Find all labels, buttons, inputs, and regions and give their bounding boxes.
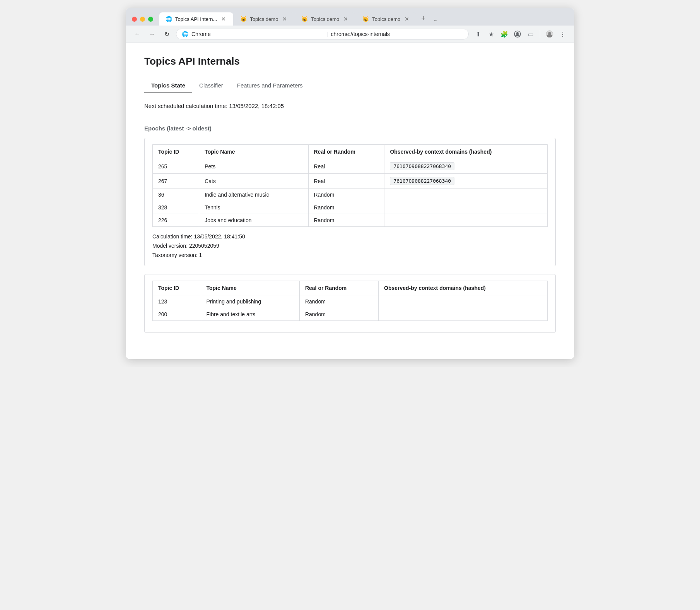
cell-topic-name: Jobs and education: [199, 214, 308, 227]
bookmark-button[interactable]: ★: [486, 29, 497, 39]
cell-observed-domains: [384, 188, 548, 201]
cell-topic-id: 36: [153, 188, 199, 201]
table-row: 200Fibre and textile artsRandom: [153, 308, 548, 321]
col-header-topic-name-2: Topic Name: [201, 281, 299, 295]
cell-topic-name: Fibre and textile arts: [201, 308, 299, 321]
cell-real-random: Real: [308, 159, 384, 174]
tab-classifier[interactable]: Classifier: [192, 78, 230, 93]
tab-favicon-topics-api: 🌐: [166, 16, 172, 22]
cell-observed-domains: [384, 201, 548, 214]
epoch-1-meta: Calculation time: 13/05/2022, 18:41:50 M…: [152, 232, 548, 260]
epoch-1-calc-time: Calculation time: 13/05/2022, 18:41:50: [152, 232, 548, 242]
col-header-topic-id: Topic ID: [153, 145, 199, 159]
epoch-block-2: Topic ID Topic Name Real or Random Obser…: [144, 274, 556, 333]
epoch-2-table: Topic ID Topic Name Real or Random Obser…: [152, 281, 548, 321]
cell-observed-domains: [379, 295, 548, 308]
reload-button[interactable]: ↻: [161, 29, 172, 39]
browser-tab-topics-demo-2[interactable]: 😺 Topics demo ✕: [295, 12, 355, 26]
col-header-real-random: Real or Random: [308, 145, 384, 159]
cell-topic-name: Indie and alternative music: [199, 188, 308, 201]
address-bar[interactable]: 🌐 Chrome | chrome://topics-internals: [176, 29, 469, 39]
browser-window: 🌐 Topics API Intern... ✕ 😺 Topics demo ✕…: [126, 8, 574, 359]
tab-favicon-demo3: 😺: [362, 16, 369, 22]
new-tab-button[interactable]: +: [417, 13, 429, 24]
cell-topic-name: Printing and publishing: [201, 295, 299, 308]
browser-tab-topics-demo-1[interactable]: 😺 Topics demo ✕: [234, 12, 294, 26]
cell-real-random: Real: [308, 174, 384, 188]
cell-real-random: Random: [308, 188, 384, 201]
page-title: Topics API Internals: [144, 55, 556, 67]
cell-observed-domains: [384, 214, 548, 227]
extensions-button[interactable]: 🧩: [499, 29, 510, 39]
cell-real-random: Random: [308, 201, 384, 214]
epochs-title: Epochs (latest -> oldest): [144, 125, 556, 132]
toolbar-icons: ⬆ ★ 🧩 ▭ ⋮: [473, 29, 568, 39]
tab-close-demo3[interactable]: ✕: [403, 15, 410, 22]
domain-hash-badge: 7610709088227068340: [390, 162, 454, 170]
cell-topic-id: 267: [153, 174, 199, 188]
epoch-block-1: Topic ID Topic Name Real or Random Obser…: [144, 138, 556, 266]
address-chrome-label: Chrome: [191, 31, 323, 37]
tabs-bar: 🌐 Topics API Intern... ✕ 😺 Topics demo ✕…: [159, 12, 568, 26]
domain-hash-badge: 7610709088227068340: [390, 177, 454, 185]
cell-topic-id: 123: [153, 295, 201, 308]
scheduled-time: Next scheduled calculation time: 13/05/2…: [144, 103, 556, 109]
tab-close-topics-api[interactable]: ✕: [220, 15, 227, 22]
extension-user-button[interactable]: [512, 29, 523, 39]
tab-label-demo1: Topics demo: [250, 16, 278, 22]
share-button[interactable]: ⬆: [473, 29, 483, 39]
browser-tab-topics-demo-3[interactable]: 😺 Topics demo ✕: [356, 12, 417, 26]
minimize-button[interactable]: [140, 17, 145, 22]
browser-tab-topics-api[interactable]: 🌐 Topics API Intern... ✕: [159, 12, 233, 26]
epoch-1-table: Topic ID Topic Name Real or Random Obser…: [152, 144, 548, 227]
maximize-button[interactable]: [148, 17, 153, 22]
address-separator: |: [326, 31, 328, 37]
forward-button[interactable]: →: [147, 29, 157, 39]
cell-observed-domains: [379, 308, 548, 321]
tab-favicon-demo2: 😺: [301, 16, 308, 22]
address-url: chrome://topics-internals: [331, 31, 463, 37]
cell-real-random: Random: [299, 295, 378, 308]
cell-real-random: Random: [299, 308, 378, 321]
sidebar-button[interactable]: ▭: [525, 29, 536, 39]
tab-close-demo2[interactable]: ✕: [342, 15, 349, 22]
cell-topic-id: 200: [153, 308, 201, 321]
section-divider: [144, 117, 556, 117]
tab-label-topics-api: Topics API Intern...: [175, 16, 217, 22]
col-header-topic-name: Topic Name: [199, 145, 308, 159]
menu-button[interactable]: ⋮: [557, 29, 568, 39]
close-button[interactable]: [132, 17, 137, 22]
title-bar: 🌐 Topics API Intern... ✕ 😺 Topics demo ✕…: [126, 8, 574, 26]
tab-features-params[interactable]: Features and Parameters: [230, 78, 310, 93]
table-row: 265PetsReal7610709088227068340: [153, 159, 548, 174]
tab-favicon-demo1: 😺: [240, 16, 247, 22]
tab-dropdown-button[interactable]: ⌄: [430, 15, 441, 24]
tab-topics-state[interactable]: Topics State: [144, 78, 192, 93]
cell-observed-domains: 7610709088227068340: [384, 159, 548, 174]
cell-topic-name: Tennis: [199, 201, 308, 214]
address-security-icon: 🌐: [182, 31, 188, 37]
col-header-observed-domains: Observed-by context domains (hashed): [384, 145, 548, 159]
table-row: 123Printing and publishingRandom: [153, 295, 548, 308]
epoch-1-taxonomy-version: Taxonomy version: 1: [152, 251, 548, 260]
cell-topic-id: 328: [153, 201, 199, 214]
tab-label-demo3: Topics demo: [372, 16, 400, 22]
epoch-1-model-version: Model version: 2205052059: [152, 242, 548, 251]
back-button[interactable]: ←: [132, 29, 143, 39]
table-row: 226Jobs and educationRandom: [153, 214, 548, 227]
cell-observed-domains: 7610709088227068340: [384, 174, 548, 188]
page-content: Topics API Internals Topics State Classi…: [126, 43, 574, 359]
tab-label-demo2: Topics demo: [311, 16, 339, 22]
table-row: 328TennisRandom: [153, 201, 548, 214]
col-header-observed-domains-2: Observed-by context domains (hashed): [379, 281, 548, 295]
cell-topic-name: Pets: [199, 159, 308, 174]
col-header-real-random-2: Real or Random: [299, 281, 378, 295]
page-tab-nav: Topics State Classifier Features and Par…: [144, 78, 556, 93]
cell-topic-id: 226: [153, 214, 199, 227]
tab-close-demo1[interactable]: ✕: [281, 15, 288, 22]
window-controls: [132, 17, 153, 22]
toolbar-separator: [540, 30, 540, 38]
cell-real-random: Random: [308, 214, 384, 227]
profile-button[interactable]: [544, 29, 555, 39]
table-row: 36Indie and alternative musicRandom: [153, 188, 548, 201]
